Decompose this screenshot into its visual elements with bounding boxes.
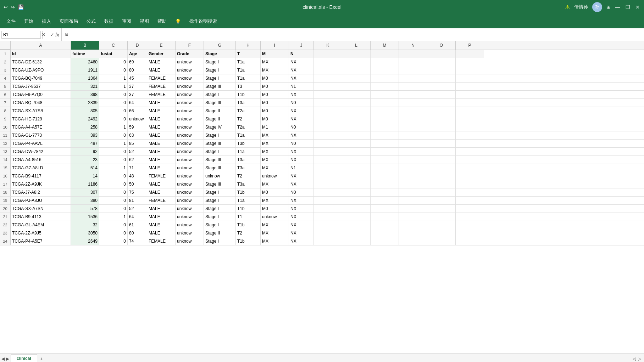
cell-b16[interactable]: 14 [71,172,99,180]
cell-i15[interactable]: MX [261,164,289,172]
cell-n18[interactable] [399,188,427,196]
col-header-b[interactable]: B [71,41,99,50]
cell-m1[interactable] [371,50,399,58]
cell-f5[interactable]: unknow [176,83,204,90]
cell-f2[interactable]: unknow [176,58,204,66]
cell-p11[interactable] [456,131,484,139]
cell-b22[interactable]: 32 [71,221,99,229]
cell-l19[interactable] [342,197,371,204]
cell-l20[interactable] [342,205,371,213]
cell-i9[interactable]: M0 [261,115,289,123]
cell-e16[interactable]: FEMALE [147,172,176,180]
cell-o12[interactable] [427,140,456,147]
cell-g9[interactable]: Stage II [204,115,236,123]
cell-k14[interactable] [314,156,342,164]
cell-m12[interactable] [371,140,399,147]
cell-b14[interactable]: 23 [71,156,99,164]
cell-p23[interactable] [456,229,484,237]
cell-c20[interactable]: 0 [99,205,128,213]
cell-k17[interactable] [314,180,342,188]
cell-m19[interactable] [371,197,399,204]
cell-l17[interactable] [342,180,371,188]
cell-h17[interactable]: T3a [236,180,261,188]
cell-c15[interactable]: 1 [99,164,128,172]
cell-p8[interactable] [456,107,484,115]
cell-l18[interactable] [342,188,371,196]
col-resize-handle[interactable] [97,41,99,50]
cell-d6[interactable]: 37 [128,91,147,98]
cell-m9[interactable] [371,115,399,123]
cell-a5[interactable]: TCGA-J7-8537 [11,83,71,90]
cell-c21[interactable]: 1 [99,213,128,221]
cell-a19[interactable]: TCGA-PJ-A8JU [11,197,71,204]
cell-g23[interactable]: Stage II [204,229,236,237]
cell-j3[interactable]: NX [289,66,314,74]
cell-m18[interactable] [371,188,399,196]
cell-l14[interactable] [342,156,371,164]
cell-l6[interactable] [342,91,371,98]
cell-j18[interactable]: N0 [289,188,314,196]
cell-d24[interactable]: 74 [128,237,147,245]
cell-m11[interactable] [371,131,399,139]
cell-f18[interactable]: unknow [176,188,204,196]
menu-review[interactable]: 审阅 [118,17,135,26]
cell-f23[interactable]: unknow [176,229,204,237]
cell-o10[interactable] [427,123,456,131]
cell-n10[interactable] [399,123,427,131]
col-header-m[interactable]: M [371,41,399,50]
cell-m14[interactable] [371,156,399,164]
cell-o7[interactable] [427,99,456,107]
cell-a14[interactable]: TCGA-A4-8516 [11,156,71,164]
cell-h2[interactable]: T1a [236,58,261,66]
cell-o6[interactable] [427,91,456,98]
menu-search[interactable]: 操作说明搜索 [186,17,221,26]
cell-g20[interactable]: Stage I [204,205,236,213]
cell-i10[interactable]: M1 [261,123,289,131]
cell-h19[interactable]: T1a [236,197,261,204]
cell-h21[interactable]: T1 [236,213,261,221]
cell-a20[interactable]: TCGA-SX-A7SN [11,205,71,213]
cell-m13[interactable] [371,148,399,155]
cell-f22[interactable]: unknow [176,221,204,229]
cell-p6[interactable] [456,91,484,98]
col-header-i[interactable]: I [261,41,289,50]
cell-n7[interactable] [399,99,427,107]
cell-c13[interactable]: 0 [99,148,128,155]
cell-a8[interactable]: TCGA-SX-A7SR [11,107,71,115]
cell-f7[interactable]: unknow [176,99,204,107]
cell-n23[interactable] [399,229,427,237]
cell-k1[interactable] [314,50,342,58]
menu-home[interactable]: 开始 [21,17,37,26]
cell-m8[interactable] [371,107,399,115]
cell-a7[interactable]: TCGA-BQ-7048 [11,99,71,107]
undo-icon[interactable]: ↩ [4,4,8,10]
cell-a22[interactable]: TCGA-GL-A4EM [11,221,71,229]
name-box[interactable] [1,31,41,39]
cell-k19[interactable] [314,197,342,204]
cell-k12[interactable] [314,140,342,147]
col-header-k[interactable]: K [314,41,342,50]
cell-m7[interactable] [371,99,399,107]
cell-l16[interactable] [342,172,371,180]
sheet-tab-clinical[interactable]: clinical [11,354,37,362]
cell-j20[interactable]: NX [289,205,314,213]
cell-f13[interactable]: unknow [176,148,204,155]
cell-i16[interactable]: unknow [261,172,289,180]
cell-g14[interactable]: Stage III [204,156,236,164]
cell-f3[interactable]: unknow [176,66,204,74]
cell-h23[interactable]: T2 [236,229,261,237]
cell-c7[interactable]: 0 [99,99,128,107]
close-button[interactable]: ✕ [635,4,640,10]
cell-g22[interactable]: Stage I [204,221,236,229]
cell-e7[interactable]: MALE [147,99,176,107]
cell-n22[interactable] [399,221,427,229]
cell-a2[interactable]: TCGA-DZ-6132 [11,58,71,66]
cell-g21[interactable]: Stage I [204,213,236,221]
cell-i2[interactable]: MX [261,58,289,66]
cell-i11[interactable]: MX [261,131,289,139]
cell-d5[interactable]: 37 [128,83,147,90]
cell-c2[interactable]: 0 [99,58,128,66]
cell-i12[interactable]: MX [261,140,289,147]
cell-a16[interactable]: TCGA-B9-4117 [11,172,71,180]
cell-o1[interactable] [427,50,456,58]
